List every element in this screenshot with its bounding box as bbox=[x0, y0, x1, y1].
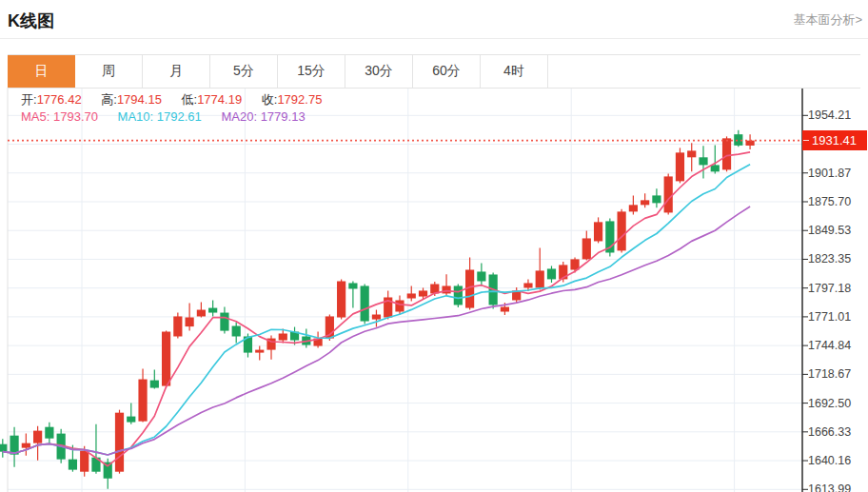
price-tag-tick bbox=[803, 140, 809, 141]
y-axis-label: 1823.35 bbox=[808, 251, 867, 266]
y-axis-label: 1692.50 bbox=[808, 396, 867, 411]
page-title: K线图 bbox=[8, 10, 54, 32]
candle-body bbox=[348, 283, 357, 288]
candle-body bbox=[687, 150, 696, 157]
candle-body bbox=[173, 316, 182, 336]
last-price-value: 1931.41 bbox=[812, 133, 857, 148]
low-label: 低: bbox=[182, 92, 198, 107]
candle-body bbox=[279, 333, 287, 340]
candle-body bbox=[745, 141, 754, 146]
candle-body bbox=[395, 300, 404, 311]
candle-body bbox=[361, 285, 369, 321]
y-axis-label: 1613.99 bbox=[808, 482, 867, 492]
candle-body bbox=[523, 283, 532, 287]
tab-15分[interactable]: 15分 bbox=[278, 55, 345, 88]
candle-body bbox=[652, 195, 661, 203]
candle-body bbox=[45, 427, 53, 439]
y-axis-label: 1718.67 bbox=[808, 366, 867, 382]
tab-60分[interactable]: 60分 bbox=[413, 55, 481, 88]
candle-body bbox=[197, 310, 206, 317]
y-axis-label: 1744.84 bbox=[808, 338, 867, 353]
fundamental-analysis-link[interactable]: 基本面分析> bbox=[793, 11, 862, 29]
header-divider bbox=[0, 38, 868, 39]
candle-body bbox=[255, 350, 264, 353]
open-label: 开: bbox=[21, 92, 37, 107]
candle-body bbox=[162, 332, 170, 386]
tab-4时[interactable]: 4时 bbox=[481, 55, 548, 88]
y-axis-label: 1875.70 bbox=[808, 194, 867, 209]
candle-body bbox=[22, 443, 30, 448]
tab-30分[interactable]: 30分 bbox=[345, 55, 413, 88]
candle-body bbox=[594, 222, 602, 241]
candle-body bbox=[208, 308, 217, 313]
y-axis-label: 1797.18 bbox=[808, 281, 867, 296]
candle-body bbox=[0, 444, 7, 452]
low-value: 1774.19 bbox=[197, 92, 242, 107]
kline-widget: K线图 基本面分析> 日周月5分15分30分60分4时 开:1776.42 高:… bbox=[0, 0, 868, 492]
candle-body bbox=[629, 205, 638, 211]
ma20-line bbox=[3, 207, 750, 455]
open-value: 1776.42 bbox=[37, 92, 82, 107]
interval-tab-strip: 日周月5分15分30分60分4时 bbox=[8, 54, 860, 89]
candle-body bbox=[547, 268, 556, 279]
y-axis-label: 1849.53 bbox=[808, 223, 867, 238]
candle-body bbox=[664, 176, 673, 212]
candle-body bbox=[69, 460, 77, 470]
ma-lines-layer bbox=[3, 152, 750, 466]
candle-body bbox=[80, 451, 89, 472]
ohlc-row: 开:1776.42 高:1794.15 低:1774.19 收:1792.75 bbox=[21, 91, 338, 108]
close-label: 收: bbox=[262, 92, 278, 107]
tab-月[interactable]: 月 bbox=[143, 55, 210, 88]
candle-body bbox=[618, 211, 626, 250]
candle-body bbox=[536, 270, 544, 287]
close-value: 1792.75 bbox=[277, 92, 322, 107]
candle-body bbox=[699, 157, 707, 165]
candle-body bbox=[676, 152, 684, 181]
candle-body bbox=[442, 285, 450, 293]
candle-body bbox=[641, 200, 649, 205]
y-axis-label: 1640.16 bbox=[808, 453, 867, 468]
y-axis-label: 1666.33 bbox=[808, 424, 867, 440]
candle-body bbox=[419, 290, 427, 296]
candle-body bbox=[138, 380, 147, 422]
quote-info-overlay: 开:1776.42 高:1794.15 低:1774.19 收:1792.75 … bbox=[21, 91, 338, 126]
y-axis-label: 1771.01 bbox=[808, 309, 867, 325]
ma10-value: 1792.61 bbox=[157, 109, 202, 124]
grid-layer bbox=[8, 88, 802, 492]
ma5-label: MA5: bbox=[21, 109, 49, 124]
last-price-tag: 1931.41 bbox=[802, 130, 867, 150]
candle-body bbox=[407, 293, 416, 298]
high-value: 1794.15 bbox=[117, 92, 162, 107]
y-axis-label: 1901.87 bbox=[808, 166, 867, 181]
candle-body bbox=[186, 318, 194, 327]
candle-body bbox=[232, 326, 241, 337]
candle-body bbox=[711, 165, 720, 171]
ma5-line bbox=[3, 152, 750, 466]
y-axis-label: 1954.21 bbox=[808, 108, 867, 123]
ma20-label: MA20: bbox=[221, 109, 257, 124]
candle-body bbox=[115, 413, 124, 472]
ma-row: MA5: 1793.70 MA10: 1792.61 MA20: 1779.13 bbox=[21, 108, 338, 126]
header: K线图 基本面分析> bbox=[0, 0, 868, 39]
candle-body bbox=[501, 307, 509, 312]
high-label: 高: bbox=[101, 92, 117, 107]
candle-body bbox=[477, 271, 485, 281]
tab-日[interactable]: 日 bbox=[8, 55, 75, 88]
ma5-value: 1793.70 bbox=[53, 109, 98, 124]
candle-body bbox=[582, 238, 591, 259]
candle-body bbox=[454, 285, 463, 305]
ma20-value: 1779.13 bbox=[261, 109, 306, 124]
candle-body bbox=[150, 381, 159, 388]
candle-body bbox=[127, 417, 135, 423]
ma10-label: MA10: bbox=[118, 109, 154, 124]
tab-5分[interactable]: 5分 bbox=[210, 55, 278, 88]
candle-body bbox=[33, 431, 42, 443]
ma10-line bbox=[3, 165, 750, 455]
tab-周[interactable]: 周 bbox=[75, 55, 143, 88]
candle-body bbox=[722, 138, 731, 169]
candle-body bbox=[337, 282, 345, 318]
candles-layer bbox=[0, 130, 755, 489]
candle-body bbox=[220, 313, 228, 331]
candle-body bbox=[372, 315, 381, 320]
